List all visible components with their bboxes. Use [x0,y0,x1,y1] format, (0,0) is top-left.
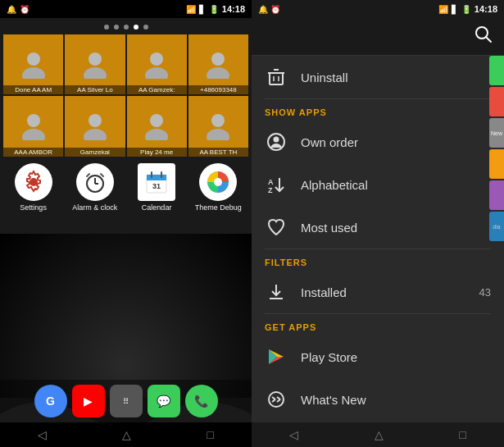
heart-icon [265,216,288,239]
contact-cell-5[interactable]: AAA AMBOR [3,96,63,156]
svg-line-30 [101,174,103,176]
contact-grid-row1: Done AA AM AA Silver Lo AA Gamzek: [0,34,252,94]
svg-point-25 [30,179,37,185]
battery-icon-left: 🔋 [209,5,219,14]
contact-cell-4[interactable]: +486093348 [188,34,248,94]
theme-icon [199,163,237,201]
installed-menu-item[interactable]: Installed 43 [252,271,504,313]
home-button-left[interactable]: △ [122,428,131,441]
own-order-label: Own order [301,135,491,149]
avatar-svg-5 [18,109,49,140]
svg-text:Z: Z [268,186,273,194]
dot-2 [114,25,119,30]
contact-name-7: Play 24 me [127,148,187,157]
app-alarm-clock[interactable]: Alarm & clock [65,163,125,212]
menu-content: Uninstall SHOW APPS Own order A Z [252,56,504,422]
recents-button-left[interactable]: □ [207,428,213,441]
dot-3 [124,25,129,30]
filters-header: FILTERS [252,249,504,271]
theme-svg [206,170,230,194]
calendar-icon: 31 [138,163,175,201]
home-button-right[interactable]: △ [375,428,384,441]
wifi-icon-right: 📶 [438,5,448,14]
svg-rect-40 [270,73,283,84]
back-button-right[interactable]: ◁ [289,428,298,441]
time-left: 14:18 [222,4,245,14]
avatar-svg-8 [202,109,234,140]
svg-line-54 [272,399,275,402]
nav-bar-right: ◁ △ □ [252,422,504,447]
dot-4-active [134,25,138,30]
calendar-label: Calendar [142,203,172,212]
play-store-icon [265,345,288,368]
svg-point-22 [211,114,225,127]
edge-app-4 [489,149,504,179]
svg-text:31: 31 [152,182,161,190]
dock-phone[interactable]: 📞 [185,385,218,417]
recents-button-right[interactable]: □ [459,428,465,441]
whats-new-menu-item[interactable]: What's New [252,378,504,421]
settings-label: Settings [20,203,47,212]
alarm-icon [76,163,114,201]
svg-point-46 [274,137,279,143]
edge-apps: New dia [489,56,504,241]
svg-point-52 [269,392,284,407]
search-svg [474,25,493,43]
edge-app-6: dia [489,212,504,241]
contact-avatar-4 [188,40,248,85]
uninstall-menu-item[interactable]: Uninstall [252,56,504,98]
apps-grid-icon: ⠿ [123,397,129,406]
svg-rect-32 [147,175,166,180]
edge-app-5 [489,180,504,210]
contact-name-6: Gamzekal [65,148,125,157]
play-store-svg [266,347,286,367]
app-theme-debug[interactable]: Theme Debug [188,163,248,212]
get-apps-header: GET APPS [252,314,504,335]
contact-cell-8[interactable]: AA BEST TH [188,96,248,156]
app-calendar[interactable]: 31 Calendar [127,163,187,212]
page-indicator [0,18,252,34]
sort-alpha-svg: A Z [266,175,286,194]
play-store-menu-item[interactable]: Play Store [252,335,504,378]
contact-cell-1[interactable]: Done AA AM [3,34,63,94]
contact-name-3: AA Gamzek: [127,85,187,94]
dock-google[interactable]: G [34,385,67,417]
contact-cell-7[interactable]: Play 24 me [127,96,187,156]
dot-5 [143,25,148,30]
app-settings[interactable]: Settings [3,163,63,212]
most-used-menu-item[interactable]: Most used [252,206,504,249]
contact-avatar-3 [127,40,187,85]
show-apps-header: SHOW APPS [252,99,504,121]
battery-icon-right: 🔋 [461,5,471,14]
back-button-left[interactable]: ◁ [38,428,47,441]
contact-name-2: AA Silver Lo [65,85,125,94]
dock-youtube[interactable]: ▶ [72,385,105,417]
person-circle-svg [266,132,286,152]
contact-avatar-2 [65,40,125,85]
sort-alpha-icon: A Z [265,173,288,196]
status-icons-right: 🔔 ⏰ [258,5,280,14]
contact-avatar-1 [3,40,63,85]
alphabetical-label: Alphabetical [301,178,491,192]
contact-cell-6[interactable]: Gamzekal [65,96,125,156]
own-order-menu-item[interactable]: Own order [252,121,504,163]
settings-icon [15,163,52,201]
search-icon-right[interactable] [474,25,493,48]
alarm-label: Alarm & clock [72,203,117,212]
contact-cell-3[interactable]: AA Gamzek: [127,34,187,94]
theme-debug-label: Theme Debug [195,203,242,212]
youtube-icon: ▶ [84,395,93,408]
dock-apps-drawer[interactable]: ⠿ [110,385,143,417]
contact-avatar-6 [65,103,125,148]
contact-cell-2[interactable]: AA Silver Lo [65,34,125,94]
dock-messaging[interactable]: 💬 [148,385,180,417]
status-bar-right: 🔔 ⏰ 📶 ▋ 🔋 14:18 [252,0,504,18]
svg-point-13 [27,114,40,127]
contact-avatar-5 [3,103,63,148]
signal-icon-right: ▋ [452,5,458,14]
contact-name-5: AAA AMBOR [3,148,63,157]
svg-line-29 [87,174,89,176]
phone-icon: 📞 [194,395,208,408]
most-used-label: Most used [301,221,491,235]
alphabetical-menu-item[interactable]: A Z Alphabetical [252,163,504,206]
